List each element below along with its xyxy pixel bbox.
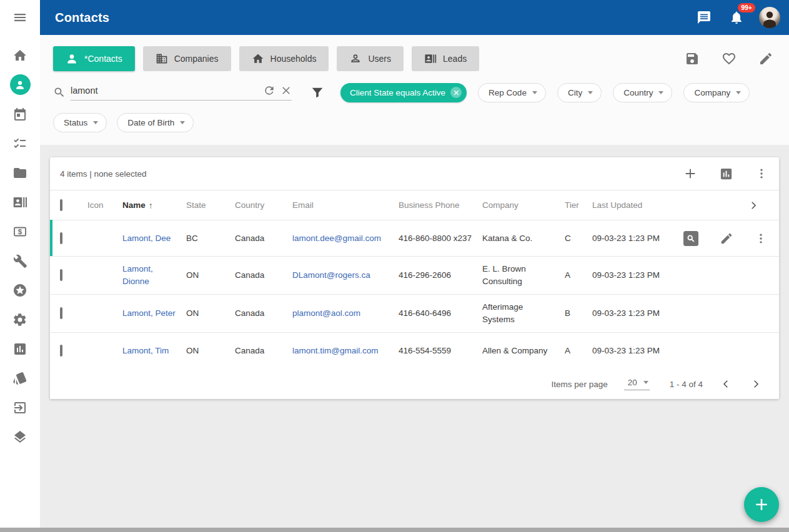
sidebar-item-layers[interactable] [0, 422, 40, 451]
filter-chip-company[interactable]: Company [683, 83, 750, 102]
row-checkbox[interactable] [60, 307, 62, 319]
company-cell: Allen & Company [482, 345, 565, 357]
table-row[interactable]: Lamont, Tim ON Canada lamont.tim@gmail.c… [50, 333, 779, 369]
column-header-icon[interactable]: Icon [87, 200, 122, 210]
user-avatar[interactable] [759, 7, 780, 28]
state-cell: ON [186, 269, 235, 282]
row-checkbox[interactable] [60, 345, 62, 357]
column-header-email[interactable]: Email [292, 200, 399, 210]
favorite-view-button[interactable] [719, 49, 739, 69]
tab-households[interactable]: Households [239, 46, 329, 71]
filter-button[interactable] [308, 83, 327, 102]
column-header-business-phone[interactable]: Business Phone [399, 200, 482, 210]
sidebar-item-tasks[interactable] [0, 129, 40, 158]
filter-chip-status[interactable]: Status [53, 113, 107, 132]
horizontal-scrollbar[interactable] [0, 528, 789, 532]
tab-users[interactable]: Users [337, 46, 404, 71]
sidebar-item-calendar[interactable] [0, 99, 40, 129]
clear-search-button[interactable] [280, 85, 292, 96]
save-view-button[interactable] [682, 49, 702, 69]
page-size-select[interactable]: 20 [624, 378, 650, 390]
tier-cell: C [565, 232, 592, 245]
email-link[interactable]: lamont.dee@gmail.com [292, 234, 381, 243]
table-menu-button[interactable] [753, 165, 770, 182]
contact-name-link[interactable]: Lamont, Tim [122, 346, 169, 355]
tier-cell: A [565, 269, 592, 282]
table-row[interactable]: Lamont, Peter ON Canada plamont@aol.com … [50, 295, 779, 333]
filter-chip-date-of-birth[interactable]: Date of Birth [117, 113, 194, 132]
scroll-columns-right-button[interactable] [745, 197, 762, 214]
page-size-value: 20 [628, 378, 637, 387]
chevron-left-icon [720, 378, 732, 390]
edit-contact-button[interactable] [717, 229, 736, 248]
column-header-country[interactable]: Country [235, 200, 292, 210]
filter-chip-city[interactable]: City [557, 83, 602, 102]
contact-name-link[interactable]: Lamont, Dionne [122, 264, 153, 286]
sidebar-item-login[interactable] [0, 393, 40, 422]
row-checkbox[interactable] [60, 232, 62, 244]
refresh-button[interactable] [263, 84, 275, 97]
sidebar-item-tools[interactable] [0, 246, 40, 275]
row-checkbox[interactable] [60, 269, 62, 281]
contact-card-icon [424, 52, 437, 65]
row-menu-button[interactable] [752, 230, 770, 247]
edit-view-button[interactable] [756, 49, 776, 69]
column-header-tier[interactable]: Tier [565, 200, 592, 210]
filter-chip-country[interactable]: Country [613, 83, 672, 102]
column-header-state[interactable]: State [186, 200, 235, 210]
gear-icon [12, 312, 27, 327]
applied-filter-chip[interactable]: Client State equals Active [340, 83, 467, 102]
chevron-down-icon [93, 121, 98, 124]
sidebar-item-leads[interactable] [0, 187, 40, 217]
company-cell: Katana & Co. [482, 232, 565, 245]
contact-name-link[interactable]: Lamont, Peter [122, 308, 176, 318]
state-cell: BC [186, 232, 235, 245]
sidebar-item-contacts[interactable] [0, 70, 40, 99]
table-row[interactable]: Lamont, Dee BC Canada lamont.dee@gmail.c… [50, 220, 779, 257]
next-page-button[interactable] [749, 377, 763, 391]
select-all-checkbox[interactable] [60, 199, 62, 211]
sidebar-item-tags[interactable] [0, 363, 40, 393]
sidebar-item-billing[interactable]: $ [0, 217, 40, 246]
tab-contacts[interactable]: *Contacts [53, 46, 135, 71]
tab-leads[interactable]: Leads [412, 46, 479, 71]
page-title: Contacts [55, 11, 694, 25]
filter-chip-rep-code[interactable]: Rep Code [478, 83, 546, 102]
add-column-button[interactable] [681, 164, 700, 183]
entity-tabs: *Contacts Companies Households Users Lea… [53, 46, 776, 71]
notifications-button[interactable]: 99+ [727, 7, 747, 27]
remove-filter-icon[interactable] [450, 87, 462, 98]
left-nav-rail: $ [0, 0, 40, 528]
sidebar-item-home[interactable] [0, 41, 40, 70]
search-input[interactable] [71, 86, 258, 96]
country-cell: Canada [235, 232, 292, 245]
sidebar-item-favorites[interactable] [0, 275, 40, 305]
column-header-name[interactable]: Name ↑ [122, 200, 186, 210]
folder-icon [12, 165, 27, 180]
tab-companies[interactable]: Companies [143, 46, 231, 71]
email-link[interactable]: plamont@aol.com [292, 308, 360, 318]
column-header-company[interactable]: Company [482, 200, 565, 210]
previous-page-button[interactable] [719, 377, 733, 391]
sidebar-item-documents[interactable] [0, 158, 40, 187]
filter-chip-label: Date of Birth [127, 118, 174, 127]
plus-icon [753, 496, 770, 513]
building-icon [156, 52, 168, 65]
chat-button[interactable] [694, 7, 714, 27]
sidebar-item-reports[interactable] [0, 334, 40, 363]
last-updated-cell: 09-03-23 1:23 PM [592, 345, 681, 357]
table-toolbar: 4 items | none selected [50, 157, 779, 190]
contact-name-link[interactable]: Lamont, Dee [122, 234, 171, 243]
add-contact-fab[interactable] [744, 487, 779, 522]
chart-view-button[interactable] [717, 164, 736, 184]
bar-chart-icon [12, 342, 27, 357]
close-icon [280, 85, 292, 96]
menu-icon[interactable] [0, 0, 40, 35]
preview-contact-button[interactable] [681, 229, 701, 249]
email-link[interactable]: DLamont@rogers.ca [292, 270, 370, 280]
sidebar-item-settings[interactable] [0, 305, 40, 334]
column-header-last-updated[interactable]: Last Updated [592, 200, 681, 210]
email-link[interactable]: lamont.tim@gmail.com [292, 346, 379, 355]
state-cell: ON [186, 307, 235, 320]
table-row[interactable]: Lamont, Dionne ON Canada DLamont@rogers.… [50, 257, 779, 295]
